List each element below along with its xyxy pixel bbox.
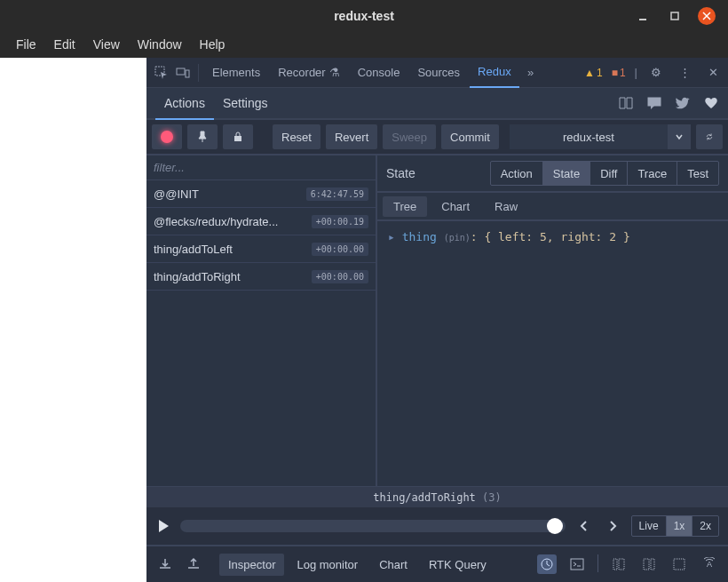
warnings-badge[interactable]: ▲1 (584, 67, 603, 79)
scrubber-label: thing/addToRight (3) (146, 486, 728, 507)
devtools-panel: Elements Recorder⚗ Console Sources Redux… (146, 58, 728, 582)
settings-gear-icon[interactable]: ⚙ (646, 63, 666, 83)
monitor-inspector[interactable]: Inspector (219, 554, 284, 576)
layout-bottom-icon[interactable] (669, 554, 689, 574)
prev-action-button[interactable] (574, 520, 594, 532)
minimize-button[interactable] (634, 7, 652, 25)
kebab-menu-icon[interactable]: ⋮ (675, 63, 694, 83)
twitter-icon[interactable] (675, 95, 691, 111)
menu-help[interactable]: Help (193, 35, 233, 54)
dispatch-icon[interactable] (537, 554, 557, 574)
svg-rect-12 (619, 559, 624, 570)
svg-rect-11 (613, 559, 617, 570)
view-tab-diff[interactable]: Diff (590, 162, 627, 185)
menu-window[interactable]: Window (131, 35, 189, 54)
view-tab-state[interactable]: State (542, 162, 590, 185)
lock-button[interactable] (223, 124, 253, 149)
svg-rect-10 (571, 559, 583, 570)
page-content (0, 58, 146, 582)
sweep-button[interactable]: Sweep (383, 124, 436, 149)
format-tree[interactable]: Tree (383, 196, 427, 217)
subtab-settings[interactable]: Settings (214, 87, 277, 119)
remote-icon[interactable]: A (700, 554, 719, 574)
flask-icon: ⚗ (329, 66, 340, 79)
revert-button[interactable]: Revert (326, 124, 377, 149)
export-icon[interactable] (184, 554, 203, 574)
svg-rect-5 (177, 68, 185, 75)
inspect-element-icon[interactable] (152, 63, 171, 83)
svg-text:A: A (707, 560, 712, 569)
svg-rect-8 (234, 136, 241, 141)
menu-view[interactable]: View (86, 35, 127, 54)
slider-thumb[interactable] (547, 518, 563, 534)
window-titlebar: redux-test (0, 0, 728, 31)
format-chart[interactable]: Chart (431, 196, 480, 217)
speed-1x[interactable]: 1x (666, 516, 692, 536)
feedback-icon[interactable] (646, 95, 662, 111)
errors-badge[interactable]: ■1 (612, 67, 626, 79)
reset-button[interactable]: Reset (273, 124, 320, 149)
menubar: File Edit View Window Help (0, 31, 728, 58)
view-tab-action[interactable]: Action (491, 162, 542, 185)
speed-live[interactable]: Live (632, 516, 666, 536)
window-title: redux-test (334, 9, 394, 23)
next-action-button[interactable] (603, 520, 622, 532)
tab-console[interactable]: Console (350, 58, 408, 88)
speed-2x[interactable]: 2x (692, 516, 718, 536)
tab-sources[interactable]: Sources (409, 58, 468, 88)
svg-rect-1 (671, 12, 678, 20)
tree-arrow-icon[interactable]: ▸ (388, 230, 402, 243)
maximize-button[interactable] (666, 7, 684, 25)
state-tree[interactable]: ▸ thing (pin): { left: 5, right: 2 } (377, 221, 728, 486)
svg-rect-7 (648, 98, 661, 106)
svg-rect-13 (644, 559, 649, 570)
format-raw[interactable]: Raw (484, 196, 528, 217)
sync-button[interactable] (696, 124, 723, 149)
device-toolbar-icon[interactable] (173, 63, 193, 83)
console-icon[interactable] (567, 554, 587, 574)
instance-selector[interactable]: redux-test (510, 124, 668, 149)
play-button[interactable] (155, 518, 171, 534)
record-dot-icon (161, 131, 173, 143)
menu-edit[interactable]: Edit (47, 35, 83, 54)
layout-right-icon[interactable] (639, 554, 659, 574)
action-row[interactable]: thing/addToRight+00:00.00 (146, 263, 376, 291)
subtab-actions[interactable]: Actions (155, 88, 214, 120)
import-icon[interactable] (155, 554, 175, 574)
tab-recorder[interactable]: Recorder⚗ (270, 58, 347, 88)
record-button[interactable] (152, 124, 182, 149)
close-devtools-icon[interactable]: ✕ (703, 63, 723, 83)
monitor-log[interactable]: Log monitor (288, 554, 367, 576)
pin-button[interactable] (187, 124, 218, 149)
commit-button[interactable]: Commit (441, 124, 499, 149)
svg-rect-14 (651, 559, 654, 570)
menu-file[interactable]: File (9, 35, 44, 54)
instance-dropdown-icon[interactable] (668, 124, 691, 149)
action-row[interactable]: @@INIT6:42:47.59 (146, 180, 376, 208)
tab-elements[interactable]: Elements (204, 58, 268, 88)
state-label: State (386, 166, 415, 180)
svg-rect-6 (186, 70, 189, 77)
action-row[interactable]: @flecks/redux/hydrate...+00:00.19 (146, 208, 376, 235)
view-tab-test[interactable]: Test (677, 162, 718, 185)
heart-icon[interactable] (703, 95, 719, 111)
filter-input[interactable] (146, 155, 376, 180)
view-tab-trace[interactable]: Trace (627, 162, 677, 185)
layout-left-icon[interactable] (609, 554, 629, 574)
close-button[interactable] (698, 7, 716, 25)
more-tabs-icon[interactable]: » (521, 63, 541, 83)
tab-redux[interactable]: Redux (470, 58, 519, 88)
timeline-slider[interactable] (180, 520, 566, 532)
monitor-rtk[interactable]: RTK Query (420, 554, 495, 576)
action-row[interactable]: thing/addToLeft+00:00.00 (146, 235, 376, 263)
docs-icon[interactable] (618, 95, 634, 111)
svg-rect-15 (674, 559, 684, 570)
monitor-chart[interactable]: Chart (370, 554, 416, 576)
